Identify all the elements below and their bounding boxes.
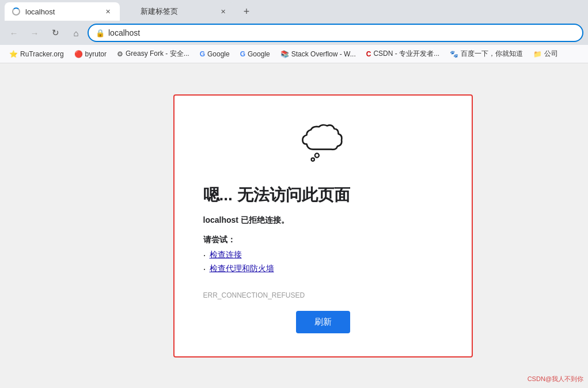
page-content: 嗯... 无法访问此页面 localhost 已拒绝连接。 请尝试： 检查连接 … — [0, 63, 588, 388]
bookmark-google-2[interactable]: G Google — [236, 48, 275, 60]
bookmark-label-3: Greasy Fork - 安全... — [126, 49, 189, 59]
bookmark-byrutor[interactable]: 🔴 byrutor — [70, 48, 111, 60]
thought-bubble-icon — [297, 119, 349, 165]
tab-title-2: 新建标签页 — [141, 6, 213, 17]
bookmark-label-6: Stack Overflow - W... — [291, 50, 356, 58]
bookmark-label-4: Google — [207, 50, 230, 58]
bookmark-greasy-fork[interactable]: ⚙ Greasy Fork - 安全... — [112, 47, 194, 60]
tab-close-1[interactable]: ✕ — [103, 6, 113, 17]
bookmark-label-8: 百度一下，你就知道 — [461, 49, 523, 59]
watermark: CSDN@我人不到你 — [528, 375, 583, 383]
bookmark-folder-company[interactable]: 📁 公司 — [529, 47, 563, 60]
bookmark-folder-icon: 📁 — [533, 50, 542, 58]
address-bar-row: ← → ↻ ⌂ 🔒 — [0, 21, 588, 45]
bookmark-label-9: 公司 — [544, 49, 558, 59]
new-tab-button[interactable]: + — [237, 2, 256, 21]
bookmark-favicon-1: ⭐ — [9, 50, 18, 58]
bookmarks-bar: ⭐ RuTracker.org 🔴 byrutor ⚙ Greasy Fork … — [0, 45, 588, 63]
suggestions-list: 检查连接 检查代理和防火墙 — [203, 250, 274, 274]
bookmark-favicon-5: G — [240, 50, 245, 58]
forward-button[interactable]: → — [25, 24, 44, 42]
tab-close-2[interactable]: ✕ — [218, 6, 228, 17]
tabs-row: localhost ✕ 新建标签页 ✕ + — [0, 0, 588, 21]
refresh-page-button[interactable]: 刷新 — [296, 311, 350, 333]
bookmark-label-5: Google — [248, 50, 270, 58]
tab-new-tab[interactable]: 新建标签页 ✕ — [120, 2, 235, 21]
bookmark-favicon-7: C — [366, 50, 371, 58]
bookmark-csdn[interactable]: C CSDN - 专业开发者... — [362, 47, 444, 60]
error-subtitle: localhost 已拒绝连接。 — [203, 215, 289, 226]
bookmark-label-7: CSDN - 专业开发者... — [373, 49, 439, 59]
error-card: 嗯... 无法访问此页面 localhost 已拒绝连接。 请尝试： 检查连接 … — [173, 94, 473, 357]
back-button[interactable]: ← — [5, 24, 23, 42]
try-section: 请尝试： 检查连接 检查代理和防火墙 — [203, 235, 274, 277]
address-input[interactable] — [108, 28, 575, 37]
tab-favicon-1 — [12, 7, 21, 16]
suggestion-1: 检查连接 — [203, 250, 274, 260]
tab-loading-spinner — [12, 7, 20, 16]
suggestion-link-2[interactable]: 检查代理和防火墙 — [210, 264, 274, 274]
bookmark-rutracker[interactable]: ⭐ RuTracker.org — [5, 48, 69, 60]
bookmark-stackoverflow[interactable]: 📚 Stack Overflow - W... — [276, 48, 361, 60]
tab-localhost[interactable]: localhost ✕ — [5, 2, 120, 21]
bookmark-favicon-2: 🔴 — [74, 50, 83, 58]
bookmark-favicon-6: 📚 — [280, 50, 289, 58]
svg-point-0 — [314, 153, 318, 157]
try-label: 请尝试： — [203, 235, 274, 245]
bookmark-label-2: byrutor — [85, 50, 107, 58]
thought-bubble-wrap — [297, 119, 349, 167]
bookmark-google-1[interactable]: G Google — [195, 48, 234, 60]
address-icon: 🔒 — [96, 29, 105, 37]
tab-title-1: localhost — [25, 7, 98, 16]
bookmark-label-1: RuTracker.org — [20, 50, 64, 58]
bookmark-favicon-4: G — [200, 50, 205, 58]
suggestion-2: 检查代理和防火墙 — [203, 264, 274, 274]
bookmark-baidu[interactable]: 🐾 百度一下，你就知道 — [445, 47, 528, 60]
browser-chrome: localhost ✕ 新建标签页 ✕ + ← → ↻ ⌂ 🔒 ⭐ RuTrac… — [0, 0, 588, 63]
error-title: 嗯... 无法访问此页面 — [203, 184, 350, 206]
home-button[interactable]: ⌂ — [67, 24, 85, 42]
suggestion-link-1[interactable]: 检查连接 — [210, 250, 242, 260]
address-bar-input-wrap[interactable]: 🔒 — [88, 24, 583, 42]
svg-point-1 — [311, 158, 314, 161]
refresh-button[interactable]: ↻ — [46, 24, 65, 42]
tab-favicon-2 — [127, 7, 136, 16]
bookmark-favicon-8: 🐾 — [450, 50, 458, 58]
bookmark-favicon-3: ⚙ — [117, 50, 123, 58]
error-code: ERR_CONNECTION_REFUSED — [203, 291, 305, 299]
